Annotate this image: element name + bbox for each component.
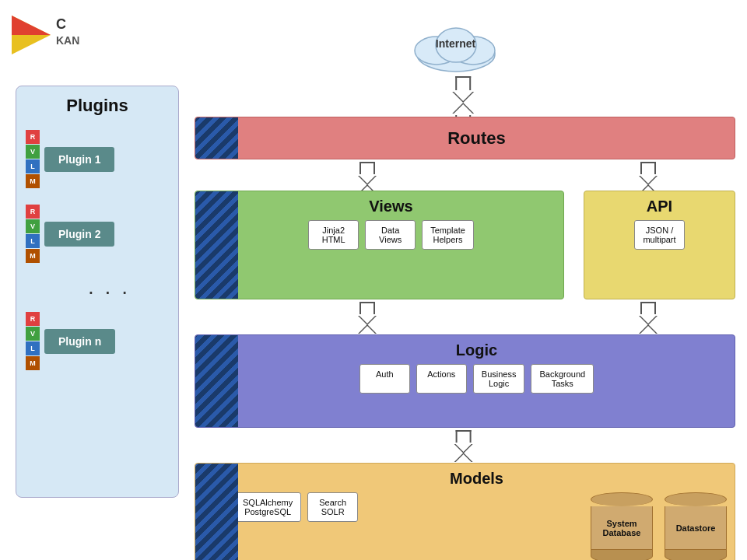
views-box-jinja: Jinja2HTML — [308, 220, 359, 250]
api-title: API — [584, 191, 735, 220]
views-stripe — [195, 191, 238, 299]
logic-stripe — [195, 335, 238, 427]
datastore-database: Datastore — [665, 492, 727, 560]
badge-v-2: V — [26, 219, 40, 233]
models-title: Models — [219, 464, 735, 492]
badge-m-1: M — [26, 174, 40, 188]
api-box-json: JSON /multipart — [634, 220, 685, 250]
plugin-box-1: Plugin 1 — [44, 147, 114, 172]
models-boxes: SQLAlchemyPostgreSQL SearchSOLR — [226, 492, 567, 522]
models-layer: Models SQLAlchemyPostgreSQL SearchSOLR S… — [195, 463, 735, 560]
badge-r-1: R — [26, 130, 40, 144]
views-title: Views — [219, 191, 563, 220]
svg-text:KAN: KAN — [56, 34, 79, 47]
views-box-template: TemplateHelpers — [422, 220, 474, 250]
models-content: SQLAlchemyPostgreSQL SearchSOLR SystemDa… — [195, 492, 735, 560]
models-stripe — [195, 464, 238, 560]
plugin-badges-n: R V L M — [26, 312, 40, 371]
internet-cloud: Internet — [409, 23, 503, 77]
models-box-sqlalchemy: SQLAlchemyPostgreSQL — [234, 492, 301, 522]
logic-layer: Logic Auth Actions BusinessLogic Backgro… — [195, 334, 735, 428]
plugin-item-1: R V L M Plugin 1 — [26, 130, 169, 189]
arch-area: Internet Routes — [195, 23, 735, 544]
routes-layer: Routes — [195, 117, 735, 159]
api-layer: API JSON /multipart — [584, 191, 735, 299]
plugins-panel: Plugins R V L M Plugin 1 R V L M Plugin … — [16, 86, 179, 498]
plugin-item-n: R V L M Plugin n — [26, 312, 169, 371]
api-boxes: JSON /multipart — [584, 220, 735, 250]
logic-box-auth: Auth — [359, 364, 410, 394]
views-box-data: DataViews — [365, 220, 416, 250]
badge-r-2: R — [26, 205, 40, 219]
plugin-box-2: Plugin 2 — [44, 222, 114, 247]
routes-stripe — [195, 117, 238, 159]
badge-r-n: R — [26, 312, 40, 326]
svg-text:C: C — [56, 16, 66, 32]
badge-l-1: L — [26, 159, 40, 173]
internet-label: Internet — [436, 37, 475, 50]
plugin-item-2: R V L M Plugin 2 — [26, 205, 169, 264]
badge-v-n: V — [26, 327, 40, 341]
logic-boxes: Auth Actions BusinessLogic BackgroundTas… — [219, 364, 735, 394]
logic-box-business: BusinessLogic — [473, 364, 525, 394]
badge-l-n: L — [26, 341, 40, 355]
plugin-badges-2: R V L M — [26, 205, 40, 264]
plugin-box-n: Plugin n — [44, 329, 115, 354]
svg-marker-1 — [12, 16, 51, 35]
logic-box-background: BackgroundTasks — [531, 364, 594, 394]
main-container: C KAN Plugins R V L M Plugin 1 R V L M — [0, 0, 747, 560]
plugin-badges-1: R V L M — [26, 130, 40, 189]
plugin-dots: · · · — [49, 279, 169, 304]
badge-m-2: M — [26, 249, 40, 263]
routes-title: Routes — [447, 128, 506, 149]
views-boxes: Jinja2HTML DataViews TemplateHelpers — [219, 220, 563, 250]
models-box-search: SearchSOLR — [307, 492, 358, 522]
badge-m-n: M — [26, 356, 40, 370]
badge-l-2: L — [26, 234, 40, 248]
logic-title: Logic — [219, 335, 735, 364]
logo-area: C KAN — [8, 8, 117, 62]
system-database: SystemDatabase — [591, 492, 653, 560]
models-databases: SystemDatabase Datastore — [591, 492, 727, 560]
logo-icon: C KAN — [8, 12, 101, 58]
views-layer: Views Jinja2HTML DataViews TemplateHelpe… — [195, 191, 564, 299]
plugins-title: Plugins — [26, 96, 169, 116]
badge-v-1: V — [26, 145, 40, 159]
logic-box-actions: Actions — [416, 364, 467, 394]
